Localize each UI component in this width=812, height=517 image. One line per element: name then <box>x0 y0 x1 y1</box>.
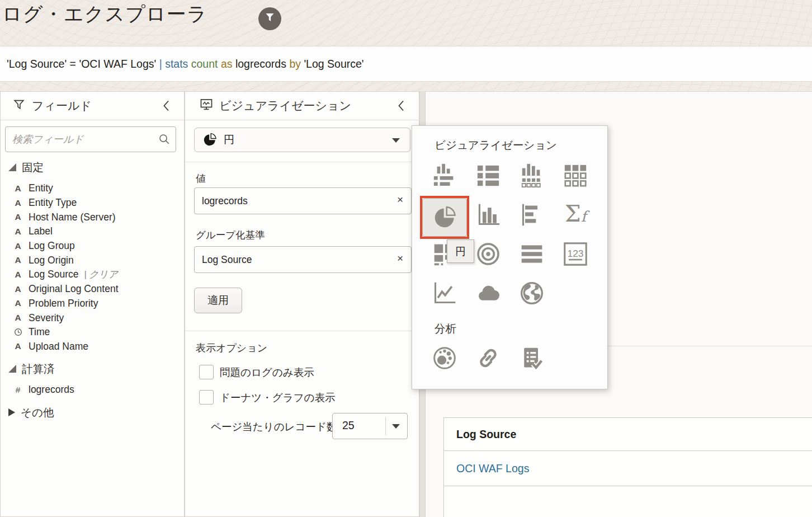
field-item[interactable]: ALabel <box>1 224 185 239</box>
summary-table-icon[interactable]: Σf <box>562 200 589 227</box>
section-computed-fields[interactable]: 計算済 <box>8 361 55 377</box>
number-field-icon: # <box>13 385 23 395</box>
query-input[interactable]: 'Log Source' = 'OCI WAF Logs' | stats co… <box>0 46 812 82</box>
clear-field-link[interactable]: クリア <box>89 268 118 281</box>
string-field-icon: A <box>13 184 23 194</box>
field-item[interactable]: AEntity <box>1 181 185 196</box>
checkbox-show-problem-logs[interactable] <box>199 365 214 379</box>
stacked-bars-icon[interactable] <box>518 241 545 267</box>
section-collapsed-icon <box>8 406 15 419</box>
field-item[interactable]: AOriginal Log Content <box>1 282 185 297</box>
word-cloud-icon[interactable] <box>475 280 502 307</box>
funnel-icon <box>264 12 276 26</box>
clear-group-by-icon[interactable]: × <box>397 252 403 265</box>
link-analysis-icon[interactable] <box>475 345 502 372</box>
section-label: 計算済 <box>22 361 55 377</box>
chart-type-selected-label: 円 <box>224 133 234 147</box>
collapse-visualization-panel-icon[interactable] <box>398 100 404 114</box>
field-item[interactable]: ALog Origin <box>1 253 185 267</box>
query-segment: count <box>191 58 221 70</box>
clear-value-icon[interactable]: × <box>397 194 403 206</box>
query-segment: as <box>221 58 235 70</box>
value-field: × <box>194 187 412 214</box>
table-header-row: Log Source <box>444 418 812 451</box>
group-by-label: グループ化基準 <box>196 228 265 242</box>
global-filter-button[interactable] <box>258 7 281 30</box>
field-item[interactable]: AEntity Type <box>1 196 185 210</box>
field-list: AEntity AEntity Type AHost Name (Server)… <box>1 181 185 354</box>
table-row: OCI WAF Logs <box>444 451 812 486</box>
pie-chart-icon-selected[interactable] <box>420 196 469 239</box>
chevron-down-icon <box>392 424 400 429</box>
string-field-icon: A <box>13 227 23 237</box>
field-item[interactable]: AProblem Priority <box>1 297 185 311</box>
option-show-problem-logs: 問題のログのみ表示 <box>199 365 314 379</box>
number-display-icon[interactable]: 123 <box>562 241 589 267</box>
records-per-page-select[interactable]: 25 <box>332 413 408 439</box>
field-item[interactable]: AHost Name (Server) <box>1 210 185 224</box>
horizontal-bar-chart-icon[interactable] <box>518 201 545 228</box>
target-icon[interactable] <box>475 241 502 267</box>
string-field-icon: A <box>13 270 23 280</box>
map-icon[interactable] <box>518 280 545 307</box>
records-per-page-value: 25 <box>342 419 355 432</box>
svg-text:123: 123 <box>567 248 583 259</box>
chevron-down-icon <box>392 138 400 143</box>
line-chart-icon[interactable] <box>431 280 458 307</box>
field-item-logrecords[interactable]: # logrecords <box>1 383 185 397</box>
field-search-input[interactable] <box>5 126 176 152</box>
section-label: 固定 <box>22 160 44 175</box>
column-header-log-source: Log Source <box>456 428 516 441</box>
fields-panel-title: フィールド <box>32 98 92 114</box>
group-by-field: × <box>194 246 412 273</box>
field-item-log-source[interactable]: A Log Source | クリア <box>1 267 185 282</box>
divider <box>185 331 419 331</box>
checkbox-label: 問題のログのみ表示 <box>220 365 314 379</box>
string-field-icon: A <box>13 241 23 251</box>
string-field-icon: A <box>13 298 23 308</box>
query-segment: 'Log Source' <box>304 58 363 70</box>
histogram-with-table-icon[interactable] <box>518 162 545 189</box>
section-expanded-icon <box>8 161 16 174</box>
visualization-panel: ビジュアライゼーション 円 値 × グループ化基準 × 適用 表示オプション 問… <box>185 91 419 517</box>
query-segment: | <box>159 58 165 70</box>
section-label: その他 <box>21 405 54 420</box>
checkbox-show-donut-chart[interactable] <box>199 390 214 405</box>
visualization-panel-header: ビジュアライゼーション <box>185 92 419 120</box>
query-segment: stats <box>165 58 191 70</box>
group-by-field-input[interactable] <box>195 247 386 272</box>
value-field-input[interactable] <box>195 188 386 214</box>
table-row-empty <box>444 486 812 517</box>
field-search <box>5 126 176 152</box>
section-other-fields[interactable]: その他 <box>8 405 54 420</box>
field-item[interactable]: ASeverity <box>1 311 185 325</box>
collapse-fields-panel-icon[interactable] <box>163 100 169 114</box>
grid-icon[interactable] <box>562 162 589 189</box>
field-item-time[interactable]: Time <box>1 325 185 340</box>
divider <box>185 162 419 162</box>
apply-button[interactable]: 適用 <box>194 288 242 313</box>
field-item[interactable]: AUpload Name <box>1 340 185 354</box>
query-segment: by <box>289 58 304 70</box>
bar-chart-icon[interactable] <box>475 201 502 228</box>
string-field-icon: A <box>13 284 23 294</box>
string-field-icon: A <box>13 212 23 222</box>
visualization-panel-title: ビジュアライゼーション <box>219 98 351 114</box>
cluster-icon[interactable] <box>431 345 458 372</box>
page-title: ログ・エクスプローラ <box>2 1 207 27</box>
chart-type-dropdown[interactable]: 円 <box>194 128 410 152</box>
log-report-icon[interactable] <box>518 345 545 372</box>
analysis-section-label: 分析 <box>435 321 456 336</box>
field-item[interactable]: ALog Group <box>1 239 185 253</box>
checkbox-label: ドーナツ・グラフの表示 <box>220 391 336 405</box>
string-field-icon: A <box>13 198 23 208</box>
string-field-icon: A <box>13 341 23 351</box>
records-with-histogram-icon[interactable] <box>431 162 458 189</box>
table-icon[interactable] <box>475 162 502 189</box>
fields-panel-header: フィールド <box>1 92 184 120</box>
pie-chart-icon <box>422 198 467 237</box>
visualization-picker-popup: ビジュアライゼーション Σf 123 <box>412 125 608 389</box>
section-fixed-fields[interactable]: 固定 <box>8 160 44 175</box>
string-field-icon: A <box>13 313 23 323</box>
log-source-link[interactable]: OCI WAF Logs <box>456 462 529 475</box>
